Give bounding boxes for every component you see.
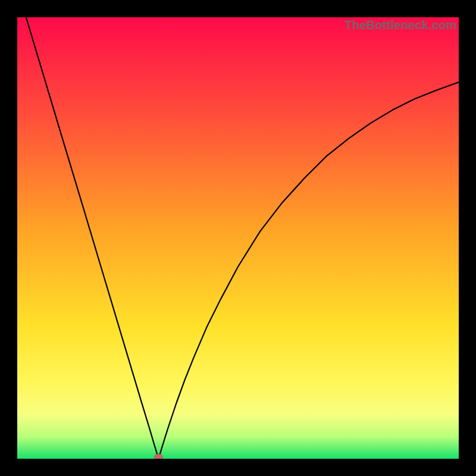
plot-area: TheBottleneck.com (17, 17, 459, 459)
chart-frame: TheBottleneck.com (0, 0, 476, 476)
curve-svg (17, 17, 459, 459)
bottleneck-curve (26, 17, 459, 459)
minimum-marker (154, 454, 162, 459)
